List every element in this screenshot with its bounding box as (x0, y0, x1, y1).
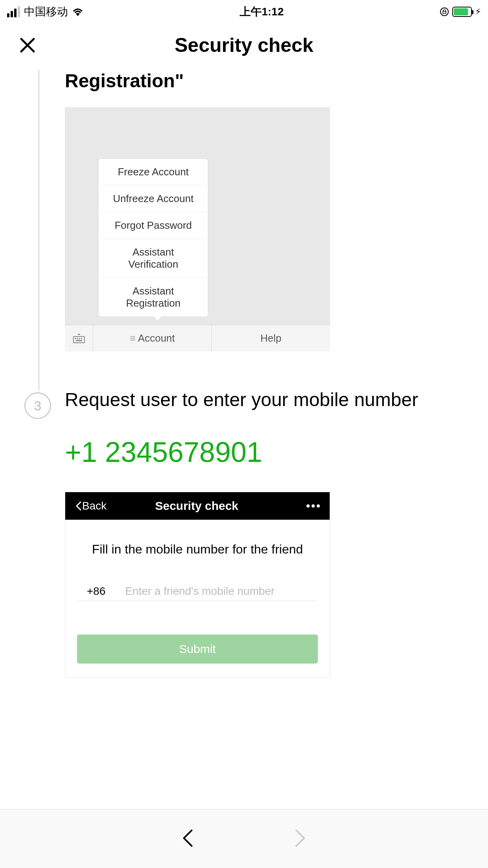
wifi-icon (72, 7, 84, 16)
svg-rect-5 (81, 338, 82, 339)
menu-account-tab: ≡ Account (93, 325, 212, 351)
popup-item-unfreeze: Unfreeze Account (99, 186, 208, 212)
mock-instruction: Fill in the mobile number for the friend (77, 539, 318, 559)
close-icon (19, 37, 36, 53)
security-check-mock: Back Security check Fill in the mobile n… (65, 492, 330, 678)
svg-rect-1 (73, 337, 84, 343)
page-title: Security check (0, 34, 488, 57)
popup-item-freeze: Freeze Account (99, 159, 208, 186)
status-time: 上午1:12 (240, 4, 284, 19)
more-icon (306, 504, 320, 508)
popup-item-forgot: Forgot Password (99, 212, 208, 239)
status-right: ⚡︎ (440, 7, 481, 17)
keyboard-icon (65, 325, 93, 351)
popup-item-verification: Assistant Verification (99, 239, 208, 278)
content-area: Registration" Freeze Account Unfreeze Ac… (0, 70, 488, 678)
signal-icon (7, 6, 20, 17)
status-left: 中国移动 (7, 4, 84, 19)
svg-point-0 (440, 8, 448, 16)
carrier-label: 中国移动 (24, 4, 68, 19)
mock-title: Security check (87, 499, 306, 513)
nav-back-button[interactable] (181, 827, 195, 851)
hamburger-icon: ≡ (130, 332, 136, 344)
status-bar: 中国移动 上午1:12 ⚡︎ (0, 0, 488, 24)
menu-help-tab: Help (212, 325, 330, 351)
mock-body: Fill in the mobile number for the friend… (65, 520, 330, 677)
step-3-title: Request user to enter your mobile number (65, 389, 472, 410)
chevron-left-icon (181, 827, 195, 849)
country-code: +86 (77, 585, 116, 598)
charging-icon: ⚡︎ (475, 7, 481, 17)
svg-rect-6 (76, 340, 82, 341)
menu-footer: ≡ Account Help (65, 325, 330, 351)
chevron-right-icon (293, 827, 307, 849)
battery-icon (452, 7, 472, 17)
submit-button: Submit (77, 634, 318, 664)
orientation-lock-icon (440, 7, 449, 17)
popup-menu: Freeze Account Unfreeze Account Forgot P… (98, 158, 208, 317)
timeline-line (39, 70, 39, 390)
close-button[interactable] (16, 33, 39, 57)
step-3-marker: 3 (24, 392, 51, 419)
mock-header: Back Security check (65, 492, 330, 520)
menu-screenshot: Freeze Account Unfreeze Account Forgot P… (65, 107, 330, 351)
svg-rect-4 (79, 338, 80, 339)
page-header: Security check (0, 24, 488, 67)
svg-rect-2 (75, 338, 76, 339)
phone-input-placeholder: Enter a friend's mobile number (125, 585, 275, 598)
svg-rect-3 (77, 338, 78, 339)
bottom-nav (0, 809, 488, 868)
phone-number-display: +1 2345678901 (65, 436, 472, 468)
chevron-left-icon (75, 500, 82, 511)
popup-item-registration: Assistant Registration (99, 278, 208, 316)
nav-forward-button[interactable] (293, 827, 307, 851)
mock-input-row: +86 Enter a friend's mobile number (77, 585, 318, 601)
registration-heading: Registration" (65, 70, 472, 92)
